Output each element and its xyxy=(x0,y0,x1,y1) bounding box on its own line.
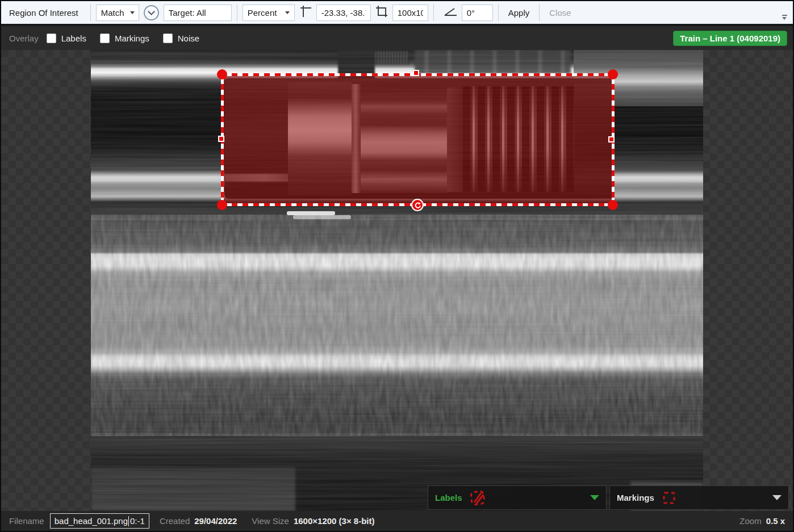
labels-checkbox-label: Labels xyxy=(61,33,86,43)
roi-handle-mid-left[interactable] xyxy=(218,136,224,142)
chevron-down-icon xyxy=(782,17,787,20)
train-mode-badge: Train – Line 1 (04092019) xyxy=(673,31,787,46)
overlay-label: Overlay xyxy=(9,33,39,43)
target-input[interactable] xyxy=(164,5,232,21)
roi-handle-top-center[interactable] xyxy=(413,70,419,76)
filename-label: Filename xyxy=(9,516,44,526)
rotate-icon xyxy=(414,202,421,209)
filename-value: bad_head_001.png xyxy=(55,516,128,526)
roi-toolbar: Region Of Interest Match Percent Apply xyxy=(1,1,793,25)
roi-handle-bottom-left[interactable] xyxy=(217,200,227,210)
match-dropdown[interactable]: Match xyxy=(96,5,139,21)
size-input[interactable] xyxy=(392,5,428,21)
position-icon xyxy=(298,4,313,21)
roi-handle-mid-right[interactable] xyxy=(608,136,615,143)
chevron-down-icon xyxy=(130,11,135,14)
chevron-down-icon xyxy=(148,8,155,15)
noise-checkbox[interactable] xyxy=(163,33,173,43)
position-input[interactable] xyxy=(316,5,371,21)
roi-handle-top-left[interactable] xyxy=(217,69,227,79)
close-button[interactable]: Close xyxy=(545,6,575,20)
status-bar: Filename bad_head_001.png 0:-1 Created 2… xyxy=(1,511,793,531)
created-value: 29/04/2022 xyxy=(194,516,237,526)
markings-dropdown[interactable]: Markings xyxy=(609,485,789,510)
dashed-region-icon xyxy=(661,490,677,506)
chevron-down-icon xyxy=(285,11,290,14)
roi-handle-top-right[interactable] xyxy=(608,69,618,79)
expand-options-button[interactable] xyxy=(144,5,159,20)
chevron-down-icon[interactable] xyxy=(590,495,599,500)
markings-checkbox-label: Markings xyxy=(115,33,149,43)
app-window: Region Of Interest Match Percent Apply xyxy=(0,0,794,532)
match-dropdown-label: Match xyxy=(101,8,124,18)
toolbar-overflow-button[interactable] xyxy=(780,15,788,22)
filename-field[interactable]: bad_head_001.png 0:-1 xyxy=(50,513,149,529)
overlay-bar: Overlay Labels Markings Noise Train – Li… xyxy=(1,26,793,50)
created-label: Created xyxy=(160,516,190,526)
apply-button[interactable]: Apply xyxy=(504,6,534,20)
view-size-label: View Size xyxy=(252,516,289,526)
noise-checkbox-label: Noise xyxy=(178,33,199,43)
labels-checkbox[interactable] xyxy=(47,33,56,43)
angle-icon xyxy=(442,4,458,21)
labels-dropdown-title: Labels xyxy=(435,493,462,502)
zoom-value: 0.5 x xyxy=(766,516,785,526)
markings-checkbox[interactable] xyxy=(100,33,110,43)
camera-image[interactable] xyxy=(91,50,703,511)
separator xyxy=(90,4,91,21)
view-size-value: 1600×1200 (3× 8-bit) xyxy=(294,516,375,526)
size-icon xyxy=(374,4,389,21)
labels-dropdown[interactable]: Labels xyxy=(428,485,607,510)
roi-handle-bottom-right[interactable] xyxy=(608,200,618,210)
markings-dropdown-title: Markings xyxy=(617,493,654,502)
separator xyxy=(498,4,499,21)
image-viewport: Labels Markings xyxy=(1,50,793,511)
filename-suffix: 0:-1 xyxy=(130,516,145,526)
zoom-label: Zoom xyxy=(739,516,761,526)
separator xyxy=(237,4,237,21)
roi-rotate-handle[interactable] xyxy=(411,199,424,211)
text-caret xyxy=(128,516,129,526)
roi-region[interactable] xyxy=(222,74,613,205)
separator xyxy=(433,4,434,21)
units-dropdown-label: Percent xyxy=(248,8,277,18)
angle-input[interactable] xyxy=(462,5,493,21)
separator xyxy=(539,4,540,21)
units-dropdown[interactable]: Percent xyxy=(243,5,295,21)
overflow-bar-icon xyxy=(782,15,787,16)
slashed-dashed-region-icon xyxy=(469,489,487,506)
chevron-down-icon[interactable] xyxy=(772,495,782,500)
toolbar-title: Region Of Interest xyxy=(9,8,78,18)
